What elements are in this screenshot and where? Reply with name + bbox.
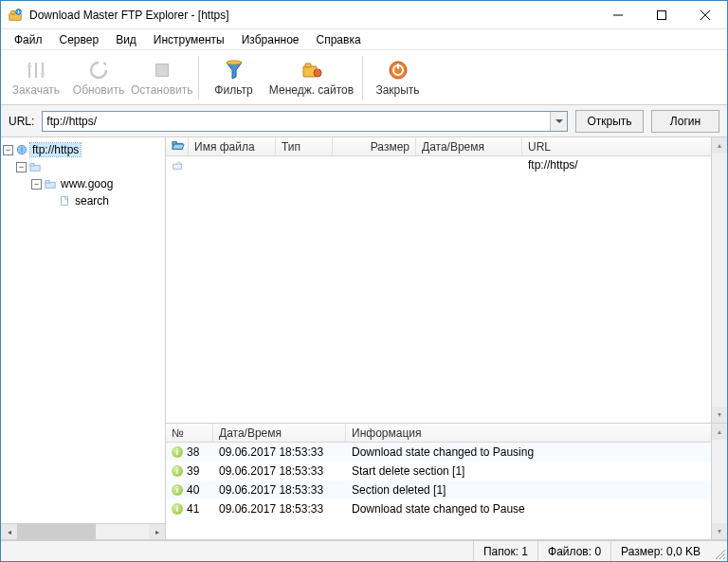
sites-label: Менедж. сайтов <box>269 83 354 97</box>
col-name[interactable]: Имя файла <box>189 137 276 155</box>
close-label: Закрыть <box>375 83 419 97</box>
file-type <box>276 156 333 173</box>
folder-icon <box>44 177 57 190</box>
scroll-thumb[interactable] <box>17 524 96 539</box>
url-input[interactable] <box>43 115 550 128</box>
refresh-label: Обновить <box>73 83 124 97</box>
svg-rect-1 <box>11 10 15 14</box>
log-message: Download state changed to Pausing <box>346 443 727 462</box>
toolbar-separator-2 <box>362 56 363 100</box>
file-grid-header[interactable]: Имя файла Тип Размер Дата/Время URL <box>166 137 727 156</box>
scroll-track[interactable] <box>712 154 727 407</box>
log-num: i39 <box>166 462 213 480</box>
menu-view[interactable]: Вид <box>108 31 144 48</box>
tree-node-label: search <box>73 194 111 208</box>
svg-point-4 <box>27 64 31 68</box>
minimize-button[interactable] <box>596 1 640 28</box>
open-button[interactable]: Открыть <box>575 110 644 133</box>
col-icon[interactable] <box>166 137 189 155</box>
collapse-icon[interactable]: − <box>3 145 13 155</box>
app-window: Download Master FTP Explorer - [https] Ф… <box>0 0 728 562</box>
table-row[interactable]: ftp://https/ <box>166 156 727 173</box>
maximize-button[interactable] <box>640 1 683 28</box>
sites-button[interactable]: Менедж. сайтов <box>265 52 358 103</box>
download-label: Закачать <box>12 83 60 97</box>
app-icon <box>7 7 24 24</box>
file-up-icon <box>166 156 189 173</box>
scroll-track[interactable] <box>712 440 727 523</box>
tree-node-blank[interactable]: − <box>3 158 163 175</box>
login-button[interactable]: Логин <box>651 110 719 133</box>
log-datetime: 09.06.2017 18:53:33 <box>213 443 346 462</box>
log-row[interactable]: i4109.06.2017 18:53:33Download state cha… <box>166 499 727 518</box>
info-icon: i <box>172 484 183 496</box>
scroll-track[interactable] <box>17 524 149 539</box>
tree-node-google[interactable]: − www.goog <box>3 175 163 192</box>
menu-tools[interactable]: Инструменты <box>146 31 232 48</box>
menu-file[interactable]: Файл <box>7 31 50 48</box>
log-vscrollbar[interactable]: ▴ ▾ <box>711 424 727 539</box>
tree[interactable]: − ftp://https − − <box>1 137 165 213</box>
close-button[interactable] <box>683 1 727 28</box>
col-num[interactable]: № <box>166 424 213 442</box>
log-row[interactable]: i4009.06.2017 18:53:33Section deleted [1… <box>166 480 727 499</box>
log-body[interactable]: i3809.06.2017 18:53:33Download state cha… <box>166 443 727 539</box>
info-icon: i <box>172 503 183 515</box>
col-type[interactable]: Тип <box>276 137 333 155</box>
svg-rect-9 <box>305 63 311 67</box>
menu-server[interactable]: Сервер <box>52 31 107 48</box>
info-icon: i <box>172 465 183 477</box>
log-row[interactable]: i3809.06.2017 18:53:33Download state cha… <box>166 443 727 462</box>
tree-root[interactable]: − ftp://https <box>3 141 163 158</box>
stop-button[interactable]: Остановить <box>130 52 194 103</box>
file-vscrollbar[interactable]: ▴ ▾ <box>711 137 727 423</box>
close-tab-button[interactable]: Закрыть <box>367 52 429 103</box>
collapse-icon[interactable]: − <box>16 162 27 172</box>
toolbar-separator <box>198 56 199 100</box>
collapse-icon[interactable]: − <box>31 179 42 190</box>
file-grid[interactable]: Имя файла Тип Размер Дата/Время URL <box>166 137 727 424</box>
window-controls <box>596 1 727 28</box>
scroll-down-icon[interactable]: ▾ <box>712 407 727 423</box>
url-dropdown[interactable] <box>550 112 567 131</box>
download-button[interactable]: Закачать <box>5 52 67 103</box>
main-pane: − ftp://https − − <box>1 137 727 540</box>
scroll-down-icon[interactable]: ▾ <box>712 523 727 539</box>
urlbar: URL: Открыть Логин <box>1 105 727 137</box>
svg-rect-11 <box>317 69 318 73</box>
svg-point-7 <box>227 61 242 64</box>
log-datetime: 09.06.2017 18:53:33 <box>213 462 346 480</box>
log-header[interactable]: № Дата/Время Информация <box>166 424 727 443</box>
filter-icon <box>223 59 246 82</box>
stop-icon <box>151 59 173 82</box>
tree-root-label: ftp://https <box>30 143 81 156</box>
tree-hscrollbar[interactable]: ◂ ▸ <box>1 523 165 539</box>
sites-icon <box>300 59 323 82</box>
scroll-up-icon[interactable]: ▴ <box>712 137 727 154</box>
scroll-right-icon[interactable]: ▸ <box>149 524 165 540</box>
scroll-up-icon[interactable]: ▴ <box>712 424 727 440</box>
menu-help[interactable]: Справка <box>309 31 369 48</box>
menu-favorites[interactable]: Избранное <box>234 31 307 48</box>
col-date[interactable]: Дата/Время <box>416 137 522 155</box>
url-combo[interactable] <box>42 111 568 132</box>
col-url[interactable]: URL <box>522 137 727 155</box>
stop-label: Остановить <box>131 83 193 97</box>
refresh-button[interactable]: Обновить <box>67 52 130 103</box>
file-date <box>416 156 522 173</box>
file-size <box>333 156 416 173</box>
log-datetime: 09.06.2017 18:53:33 <box>213 499 346 518</box>
filter-button[interactable]: Фильтр <box>203 52 265 103</box>
resize-grip[interactable] <box>710 541 727 561</box>
file-grid-body[interactable]: ftp://https/ <box>166 156 727 423</box>
col-info[interactable]: Информация <box>346 424 727 442</box>
right-pane: Имя файла Тип Размер Дата/Время URL <box>166 137 727 539</box>
col-size[interactable]: Размер <box>333 137 416 155</box>
tree-node-search[interactable]: search <box>3 192 163 209</box>
col-datetime[interactable]: Дата/Время <box>213 424 346 442</box>
scroll-left-icon[interactable]: ◂ <box>1 524 17 540</box>
log-row[interactable]: i3909.06.2017 18:53:33Start delete secti… <box>166 462 727 480</box>
svg-rect-19 <box>62 197 68 206</box>
log-message: Section deleted [1] <box>346 480 727 499</box>
menubar: Файл Сервер Вид Инструменты Избранное Сп… <box>1 29 727 50</box>
